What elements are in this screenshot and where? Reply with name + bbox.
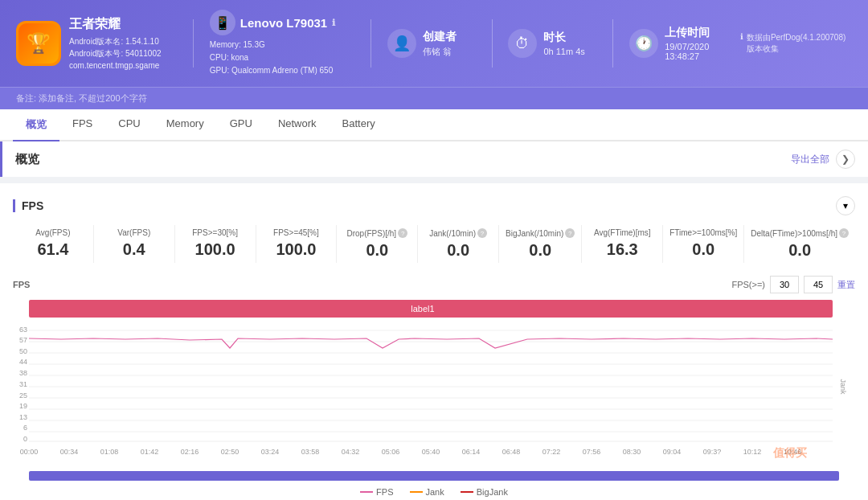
svg-text:10:12: 10:12 (743, 448, 762, 456)
fps-chart-label: FPS (13, 280, 30, 289)
stat-value-2: 100.0 (182, 240, 249, 259)
fps-stats-row: Avg(FPS)61.4Var(FPS)0.4FPS>=30[%]100.0FP… (13, 225, 855, 263)
svg-text:63: 63 (19, 326, 27, 334)
stat-value-8: 0.0 (669, 240, 737, 259)
nav-tabs: 概览FPSCPUMemoryGPUNetworkBattery (0, 109, 868, 141)
duration-content: 时长 0h 11m 4s (543, 31, 584, 56)
svg-text:0: 0 (23, 435, 27, 443)
help-icon-9[interactable]: ? (839, 228, 849, 238)
svg-text:01:42: 01:42 (141, 448, 159, 456)
duration-icon: ⏱ (508, 29, 537, 58)
stat-item-5: Jank(/10min)?0.0 (418, 225, 499, 263)
nav-tab-FPS[interactable]: FPS (59, 109, 105, 141)
svg-text:06:14: 06:14 (462, 448, 481, 456)
stat-value-5: 0.0 (424, 241, 492, 260)
creator-label: 创建者 (423, 30, 457, 44)
svg-text:03:24: 03:24 (261, 448, 280, 456)
stat-item-1: Var(FPS)0.4 (94, 225, 175, 263)
stat-item-4: Drop(FPS)[/h]?0.0 (337, 225, 418, 263)
stat-value-9: 0.0 (751, 241, 849, 260)
svg-text:19: 19 (19, 402, 27, 410)
svg-text:02:16: 02:16 (181, 448, 199, 456)
timeline-track-wrapper (13, 471, 855, 481)
duration-label: 时长 (543, 31, 584, 45)
svg-text:09:3?: 09:3? (703, 448, 722, 456)
stat-label-5: Jank(/10min)? (424, 228, 492, 238)
fps-reset-button[interactable]: 重置 (837, 279, 855, 291)
nav-tab-概览[interactable]: 概览 (13, 109, 59, 141)
note-text: 备注: 添加备注, 不超过200个字符 (16, 93, 147, 103)
app-android-version: Android版本名: 1.54.1.10 Android版本号: 540110… (69, 35, 162, 72)
upload-icon: 🕐 (629, 29, 658, 58)
duration-value: 0h 11m 4s (543, 47, 584, 56)
version-note-text: 数据由PerfDog(4.1.200708)版本收集 (747, 32, 852, 55)
stat-label-9: Delta(FTime)>100ms[/h]? (751, 228, 849, 238)
nav-tab-Memory[interactable]: Memory (154, 109, 217, 141)
svg-text:08:30: 08:30 (623, 448, 641, 456)
header-divider-3 (492, 19, 493, 68)
stat-value-0: 61.4 (19, 240, 87, 259)
fps-45-input[interactable] (804, 276, 833, 293)
stat-value-6: 0.0 (506, 241, 575, 260)
device-icon: 📱 (210, 10, 235, 35)
creator-content: 创建者 伟铭 翁 (423, 30, 457, 58)
fps-chart-area: FPS FPS(>=) 重置 label1 63 57 50 (13, 276, 855, 497)
watermark: 值得买 (773, 446, 807, 461)
stat-item-6: BigJank(/10min)?0.0 (499, 225, 582, 263)
version-info-icon: ℹ (740, 32, 743, 41)
svg-text:50: 50 (19, 347, 27, 355)
fps-collapse-button[interactable]: ▾ (836, 196, 855, 215)
collapse-button[interactable]: ❯ (836, 150, 855, 169)
fps-chart-wrapper: label1 63 57 50 44 38 31 25 19 13 6 0 (13, 298, 855, 481)
fps-section: FPS ▾ Avg(FPS)61.4Var(FPS)0.4FPS>=30[%]1… (0, 183, 868, 500)
stat-label-4: Drop(FPS)[/h]? (343, 228, 411, 238)
help-icon-6[interactable]: ? (565, 228, 575, 238)
export-button[interactable]: 导出全部 (791, 153, 829, 166)
svg-text:03:58: 03:58 (301, 448, 320, 456)
stat-item-8: FTime>=100ms[%]0.0 (663, 225, 744, 263)
creator-block: 👤 创建者 伟铭 翁 (387, 29, 476, 58)
svg-text:00:34: 00:34 (60, 448, 79, 456)
fps-section-header: FPS ▾ (13, 196, 855, 215)
svg-text:31: 31 (19, 380, 27, 388)
stat-value-1: 0.4 (100, 240, 168, 259)
nav-tab-CPU[interactable]: CPU (105, 109, 153, 141)
fps-threshold-controls: FPS(>=) 重置 (731, 276, 855, 293)
legend-bigjank: BigJank (461, 487, 508, 497)
svg-text:09:04: 09:04 (663, 448, 682, 456)
stat-value-7: 16.3 (588, 240, 656, 259)
svg-text:25: 25 (19, 391, 27, 400)
fps-30-input[interactable] (770, 276, 799, 293)
fps-ge-label: FPS(>=) (731, 280, 765, 289)
stat-label-1: Var(FPS) (100, 228, 168, 237)
header-divider-2 (371, 19, 371, 68)
creator-value: 伟铭 翁 (423, 46, 457, 58)
app-text: 王者荣耀 Android版本名: 1.54.1.10 Android版本号: 5… (69, 16, 162, 72)
device-info: 📱 Lenovo L79031 ℹ Memory: 15.3G CPU: kon… (210, 10, 354, 77)
stat-item-7: Avg(FTime)[ms]16.3 (582, 225, 663, 263)
header-divider-1 (193, 19, 194, 68)
timeline-fill (29, 471, 839, 481)
jank-legend-dot (410, 491, 423, 493)
stat-label-2: FPS>=30[%] (182, 228, 249, 237)
svg-text:07:56: 07:56 (583, 448, 601, 456)
device-name-row: 📱 Lenovo L79031 ℹ (210, 10, 354, 35)
svg-text:01:08: 01:08 (100, 448, 119, 456)
device-detail: Memory: 15.3G CPU: kona GPU: Qualcomm Ad… (210, 39, 354, 77)
help-icon-4[interactable]: ? (398, 228, 407, 238)
timeline-track[interactable] (29, 471, 839, 481)
stat-value-4: 0.0 (343, 241, 411, 260)
nav-tab-GPU[interactable]: GPU (217, 109, 265, 141)
nav-tab-Battery[interactable]: Battery (330, 109, 388, 141)
note-bar[interactable]: 备注: 添加备注, 不超过200个字符 (0, 87, 868, 109)
stat-label-7: Avg(FTime)[ms] (588, 228, 656, 237)
bigjank-legend-dot (461, 491, 473, 493)
duration-block: ⏱ 时长 0h 11m 4s (508, 29, 596, 58)
svg-text:label1: label1 (411, 304, 434, 314)
svg-text:02:50: 02:50 (221, 448, 240, 456)
stat-label-3: FPS>=45[%] (263, 228, 330, 237)
nav-tab-Network[interactable]: Network (265, 109, 330, 141)
help-icon-5[interactable]: ? (477, 228, 487, 238)
stat-item-3: FPS>=45[%]100.0 (256, 225, 338, 263)
stat-value-3: 100.0 (263, 240, 330, 259)
